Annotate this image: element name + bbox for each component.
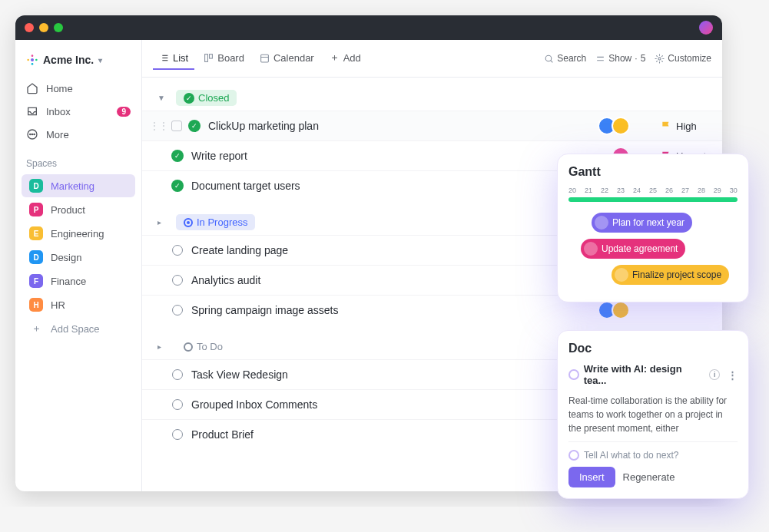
info-icon[interactable]: i	[709, 369, 720, 380]
gantt-bar[interactable]: Finalize project scope	[612, 265, 729, 285]
status-pill[interactable]: In Progress	[176, 214, 255, 230]
calendar-icon	[260, 53, 270, 63]
gantt-bar[interactable]: Update agreement	[581, 239, 685, 259]
space-chip-icon: D	[29, 250, 43, 264]
inbox-badge: 9	[117, 107, 131, 117]
workspace-name: Acme Inc.	[43, 54, 94, 66]
priority-cell[interactable]: High	[661, 121, 714, 132]
workspace-switcher[interactable]: Acme Inc. ▾	[15, 49, 141, 77]
drag-handle-icon[interactable]: ⋮⋮	[150, 121, 168, 131]
svg-point-6	[30, 134, 31, 134]
search-icon	[544, 54, 554, 64]
collapse-icon[interactable]: ▸	[157, 218, 170, 226]
doc-ai-title: Write with AI: design tea...	[584, 363, 704, 386]
svg-point-19	[545, 55, 552, 61]
titlebar	[15, 15, 722, 40]
avatar	[584, 242, 598, 256]
task-name: Task View Redesign	[191, 368, 616, 381]
chevron-down-icon: ▾	[98, 56, 102, 64]
flag-icon	[661, 121, 671, 131]
gantt-progress-track	[568, 197, 738, 202]
more-icon[interactable]: ⋮	[728, 369, 738, 381]
sidebar-space-product[interactable]: PProduct	[22, 198, 135, 221]
inbox-icon	[26, 105, 38, 117]
doc-title: Doc	[568, 342, 738, 355]
tab-calendar[interactable]: Calendar	[254, 48, 320, 70]
logo-icon	[26, 54, 38, 66]
space-label: Finance	[51, 276, 86, 287]
status-pill[interactable]: To Do	[176, 339, 230, 355]
avatar	[615, 268, 628, 282]
regenerate-button[interactable]: Regenerate	[623, 467, 675, 487]
svg-point-4	[35, 59, 38, 61]
show-button[interactable]: Show · 5	[595, 53, 645, 64]
tab-add-view[interactable]: ＋ Add	[323, 46, 367, 71]
space-label: Marketing	[51, 180, 94, 192]
gear-icon	[655, 54, 665, 64]
nav-inbox[interactable]: Inbox 9	[15, 100, 141, 123]
collapse-icon[interactable]: ▼	[157, 94, 170, 102]
plus-icon: ＋	[29, 322, 43, 335]
spaces-label: Spaces	[15, 146, 141, 173]
maximize-window-button[interactable]	[54, 23, 63, 32]
status-pill[interactable]: ✓Closed	[176, 90, 237, 106]
svg-point-0	[31, 58, 34, 61]
tab-board[interactable]: Board	[197, 48, 250, 70]
sidebar-space-design[interactable]: DDesign	[22, 246, 135, 269]
svg-point-3	[27, 59, 29, 61]
minimize-window-button[interactable]	[39, 23, 48, 32]
task-name: Write report	[191, 150, 616, 162]
svg-rect-17	[261, 55, 269, 62]
user-avatar[interactable]	[699, 21, 713, 35]
sidebar-space-engineering[interactable]: EEngineering	[22, 222, 135, 245]
space-label: Engineering	[51, 228, 104, 240]
sidebar-space-hr[interactable]: HHR	[22, 293, 135, 316]
board-icon	[204, 53, 214, 63]
add-space-button[interactable]: ＋ Add Space	[22, 317, 135, 340]
task-name: Product Brief	[191, 428, 616, 441]
svg-point-2	[31, 63, 34, 65]
customize-button[interactable]: Customize	[655, 53, 711, 64]
sidebar: Acme Inc. ▾ Home Inbox 9 More Spaces DMa…	[15, 40, 142, 491]
sliders-icon	[595, 54, 605, 64]
task-row[interactable]: ⋮⋮✓ClickUp marketing planHigh	[142, 111, 722, 140]
close-window-button[interactable]	[25, 23, 34, 32]
nav-home[interactable]: Home	[15, 77, 141, 100]
task-name: Grouped Inbox Comments	[191, 398, 602, 411]
tab-list[interactable]: List	[153, 48, 194, 70]
sidebar-space-finance[interactable]: FFinance	[22, 269, 135, 292]
space-label: Product	[51, 204, 85, 216]
avatar[interactable]	[612, 301, 630, 319]
ai-icon	[568, 450, 579, 461]
search-button[interactable]: Search	[544, 53, 586, 64]
status-group-header[interactable]: ▼✓Closed	[142, 85, 722, 111]
svg-rect-15	[205, 54, 208, 61]
space-label: Design	[51, 252, 81, 263]
list-icon	[159, 53, 169, 63]
sidebar-space-marketing[interactable]: DMarketing	[22, 174, 135, 197]
avatar[interactable]	[612, 117, 630, 135]
task-name: Document target users	[191, 180, 602, 192]
svg-point-8	[34, 134, 35, 134]
gantt-panel: Gantt 2021222324252627282930 Plan for ne…	[557, 154, 749, 302]
svg-point-23	[658, 57, 661, 59]
ai-prompt-input[interactable]: Tell AI what to do next?	[568, 441, 738, 467]
collapse-icon[interactable]: ▸	[157, 342, 170, 351]
space-label: HR	[51, 299, 65, 311]
gantt-bar[interactable]: Plan for next year	[592, 213, 692, 233]
doc-panel: Doc Write with AI: design tea... i ⋮ Rea…	[557, 330, 749, 499]
traffic-lights	[25, 23, 63, 32]
insert-button[interactable]: Insert	[568, 467, 615, 487]
space-chip-icon: H	[29, 298, 43, 312]
nav-more[interactable]: More	[15, 123, 141, 146]
task-checkbox[interactable]	[171, 121, 182, 131]
task-name: Analytics audit	[191, 274, 602, 286]
task-name: Create landing page	[191, 244, 616, 256]
task-name: ClickUp marketing plan	[208, 120, 602, 132]
svg-point-1	[31, 55, 34, 57]
gantt-timeline: 2021222324252627282930	[568, 187, 738, 194]
space-chip-icon: F	[29, 274, 43, 288]
svg-point-7	[31, 134, 32, 134]
space-chip-icon: P	[29, 203, 43, 216]
view-toolbar: List Board Calendar ＋ Add Sear	[142, 40, 722, 78]
